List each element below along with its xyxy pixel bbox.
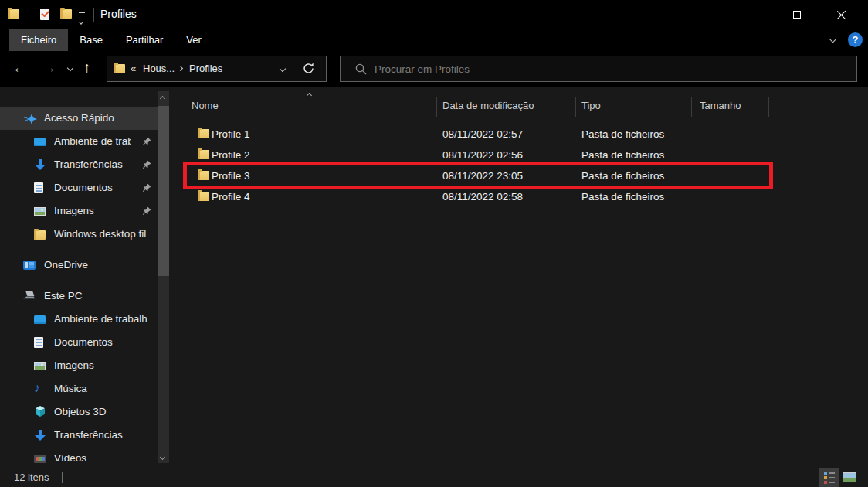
file-modified-date: 08/11/2022 02:58 [442,186,574,207]
minimize-button[interactable] [730,0,775,29]
column-separator[interactable] [575,97,576,117]
column-separator[interactable] [768,97,769,117]
sidebar-item-pictures[interactable]: Imagens [0,199,158,223]
column-header-row: Nome Data de modificação Tipo Tamanho [171,91,868,121]
sidebar-item-videos[interactable]: Vídeos [0,447,158,470]
app-folder-icon [8,9,19,19]
column-label: Tipo [581,100,601,111]
downloads-icon [34,430,46,441]
tab-label: Partilhar [126,34,163,46]
sidebar-item-documents[interactable]: Documentos [0,176,158,199]
qat-dropdown-icon[interactable] [79,12,85,27]
column-separator[interactable] [436,97,437,117]
address-dropdown-icon[interactable] [280,66,286,72]
sidebar-item-label: Ambiente de trab [54,130,131,153]
breadcrumb-collapsed[interactable]: « [131,56,136,81]
maximize-button[interactable] [775,0,819,29]
column-header-size[interactable]: Tamanho [700,91,741,121]
address-divider [297,56,297,81]
column-header-modified[interactable]: Data de modificação [442,91,534,121]
quick-access-star-icon [23,113,38,125]
thumbnail-view-button[interactable] [839,468,860,487]
sidebar-item-documents-pc[interactable]: Documentos [0,331,158,354]
collapse-ribbon-icon[interactable] [829,36,837,43]
scroll-down-icon[interactable] [160,455,165,460]
sidebar-item-music[interactable]: ♪ Música [0,377,158,400]
explorer-window: Profiles Ficheiro Base Partilhar Ver ? ←… [0,0,868,487]
sidebar-item-downloads-pc[interactable]: Transferências [0,424,158,447]
sidebar-item-3d-objects[interactable]: Objetos 3D [0,400,158,424]
sidebar-item-label: OneDrive [44,254,147,277]
sidebar-item-label: Ambiente de trabalh [54,308,158,331]
up-button[interactable]: ↑ [83,60,91,77]
file-row-profile-3[interactable]: Profile 3 08/11/2022 23:05 Pasta de fich… [171,165,851,186]
sidebar-item-label: Transferências [54,424,147,447]
breadcrumb-chevron-icon[interactable] [178,66,183,71]
search-box[interactable] [340,56,857,82]
sidebar-item-this-pc[interactable]: Este PC [0,284,158,308]
items-count: 12 itens [14,468,49,487]
file-modified-date: 08/11/2022 02:56 [442,145,574,165]
file-type: Pasta de ficheiros [581,124,697,145]
new-folder-icon[interactable] [60,9,72,19]
pin-icon[interactable] [142,206,151,216]
address-bar[interactable]: « Hous... Profiles [107,56,327,82]
column-header-name[interactable]: Nome [192,91,219,121]
file-type: Pasta de ficheiros [581,145,697,165]
sidebar-item-quick-access[interactable]: Acesso Rápido [0,107,158,130]
sidebar-item-windows-desktop-files[interactable]: Windows desktop fil [0,223,158,246]
sidebar-item-label: Transferências [54,153,131,176]
window-body: Acesso Rápido Ambiente de trab Transferê… [0,87,868,468]
documents-icon [34,182,43,193]
help-button[interactable]: ? [848,32,863,47]
tab-ficheiro[interactable]: Ficheiro [9,29,68,51]
back-button[interactable]: ← [12,60,27,77]
sidebar-item-label: Windows desktop fil [54,223,158,246]
sidebar-item-label: Imagens [54,354,147,377]
properties-check-icon[interactable] [40,9,49,20]
file-type: Pasta de ficheiros [581,186,697,207]
file-name: Profile 4 [212,186,428,207]
file-row-profile-4[interactable]: Profile 4 08/11/2022 02:58 Pasta de fich… [171,186,851,207]
sidebar-item-downloads[interactable]: Transferências [0,153,158,176]
file-row-profile-1[interactable]: Profile 1 08/11/2022 02:57 Pasta de fich… [171,124,851,145]
scroll-up-icon[interactable] [160,96,165,101]
breadcrumb-current[interactable]: Profiles [189,56,222,81]
scrollbar-thumb[interactable] [158,106,169,276]
title-bar: Profiles [0,0,868,29]
sidebar-item-desktop[interactable]: Ambiente de trab [0,130,158,153]
sidebar-item-label: Objetos 3D [54,400,147,424]
desktop-icon [34,315,46,324]
sidebar-scrollbar[interactable] [158,91,169,463]
music-icon: ♪ [34,383,40,393]
column-header-type[interactable]: Tipo [581,91,601,121]
close-button[interactable] [819,0,864,29]
titlebar-separator [93,8,94,22]
pictures-icon [34,207,46,216]
tab-ver[interactable]: Ver [175,29,213,51]
tab-partilhar[interactable]: Partilhar [114,29,175,51]
refresh-button[interactable] [302,62,315,75]
sidebar-item-onedrive[interactable]: OneDrive [0,254,158,277]
file-type: Pasta de ficheiros [581,165,697,186]
folder-icon [34,230,46,240]
sidebar-item-label: Imagens [54,199,131,223]
maximize-icon [793,11,801,19]
sidebar-item-desktop-pc[interactable]: Ambiente de trabalh [0,308,158,331]
tab-base[interactable]: Base [68,29,114,51]
sidebar-item-pictures-pc[interactable]: Imagens [0,354,158,377]
search-input[interactable] [341,56,856,81]
pin-icon[interactable] [142,137,151,146]
column-separator[interactable] [691,97,692,117]
tab-label: Ver [186,34,202,46]
breadcrumb-parent[interactable]: Hous... [143,56,175,81]
tab-label: Base [80,34,103,46]
details-view-button[interactable] [819,468,839,487]
recent-locations-icon[interactable] [67,65,73,71]
onedrive-icon [23,261,36,270]
pin-icon[interactable] [142,183,151,192]
file-row-profile-2[interactable]: Profile 2 08/11/2022 02:56 Pasta de fich… [171,145,851,165]
documents-icon [34,337,43,348]
forward-button[interactable]: → [42,60,56,77]
pin-icon[interactable] [142,160,151,169]
